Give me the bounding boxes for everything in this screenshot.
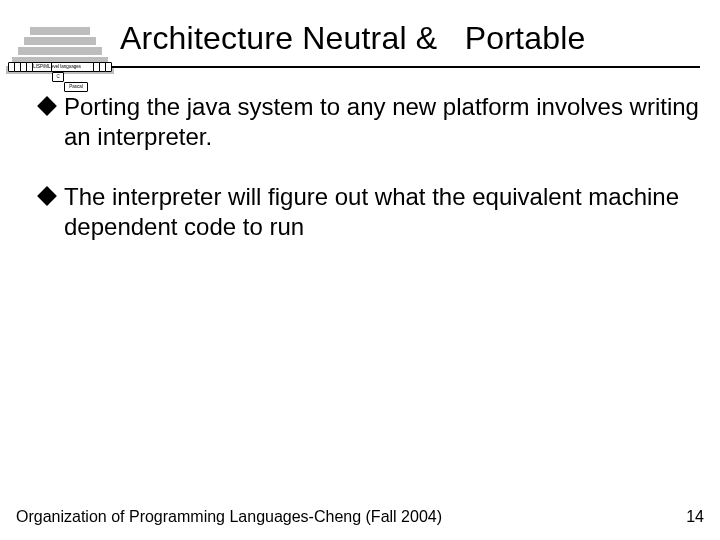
list-item: The interpreter will figure out what the… — [40, 182, 700, 242]
slide-title: Architecture Neutral & Portable — [120, 20, 585, 57]
pyr-top-left: LISP/ML — [32, 62, 52, 72]
title-underline — [30, 66, 700, 68]
bullet-diamond-icon — [37, 186, 57, 206]
bullet-diamond-icon — [37, 96, 57, 116]
pyr-top-right: Pascal — [64, 82, 88, 92]
pyr-top-mid: C — [52, 72, 64, 82]
footer-course: Organization of Programming Languages-Ch… — [16, 508, 442, 526]
bullet-text: Porting the java system to any new platf… — [64, 92, 700, 152]
pyramid-icon: HARDWARE MACHINE CODE Assembly Language … — [4, 12, 116, 74]
list-item: Porting the java system to any new platf… — [40, 92, 700, 152]
slide: HARDWARE MACHINE CODE Assembly Language … — [0, 0, 720, 540]
title-row: HARDWARE MACHINE CODE Assembly Language … — [0, 10, 720, 72]
bullet-list: Porting the java system to any new platf… — [40, 92, 700, 272]
page-number: 14 — [686, 508, 704, 526]
bullet-text: The interpreter will figure out what the… — [64, 182, 700, 242]
